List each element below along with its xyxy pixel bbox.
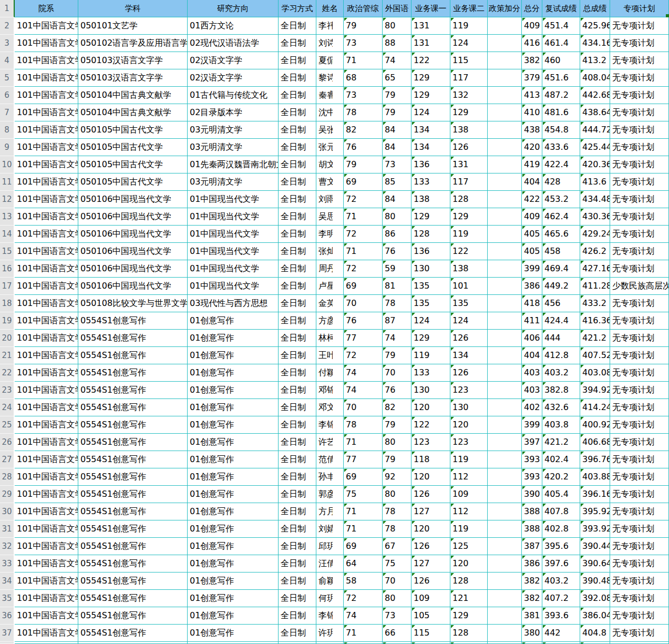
cell-name[interactable]: 李锦 [316, 607, 344, 625]
row-number[interactable]: 12 [0, 191, 15, 208]
cell-course1-with-error-triangle-icon[interactable]: 122 [411, 416, 450, 434]
cell-final_score-with-error-triangle-icon[interactable]: 403.88 [580, 468, 610, 486]
cell-direction[interactable]: 02汉语文字学 [188, 52, 279, 69]
cell-policy_bonus[interactable] [488, 173, 522, 191]
cell-foreign_lang-with-error-triangle-icon[interactable]: 92 [383, 468, 411, 486]
cell-final_score-with-error-triangle-icon[interactable]: 395.92 [580, 503, 610, 520]
row-number[interactable]: 1 [0, 0, 15, 17]
row-number[interactable]: 19 [0, 312, 15, 330]
cell-major[interactable]: 050106中国现当代文学 [78, 208, 188, 226]
cell-dept[interactable]: 101中国语言文学 [15, 573, 78, 590]
cell-policy_bonus[interactable] [488, 243, 522, 260]
cell-retest_score-with-error-triangle-icon[interactable]: 461.4 [542, 35, 580, 52]
cell-policy_bonus[interactable] [488, 590, 522, 607]
cell-retest_score-with-error-triangle-icon[interactable]: 422.4 [542, 156, 580, 173]
cell-course1-with-error-triangle-icon[interactable]: 105 [411, 607, 450, 625]
cell-direction[interactable]: 01创意写作 [188, 399, 279, 416]
cell-retest_score-with-error-triangle-icon[interactable]: 433.6 [542, 139, 580, 156]
cell-name[interactable]: 黎诗 [316, 69, 344, 87]
cell-name[interactable]: 吴张 [316, 121, 344, 139]
cell-total-with-error-triangle-icon[interactable]: 410 [522, 104, 542, 121]
row-number[interactable]: 20 [0, 330, 15, 347]
cell-direction[interactable]: 01西方文论 [188, 17, 279, 35]
cell-course2-with-error-triangle-icon[interactable]: 117 [450, 173, 488, 191]
cell-foreign_lang-with-error-triangle-icon[interactable]: 81 [383, 278, 411, 295]
cell-final_score-with-error-triangle-icon[interactable]: 392.08 [580, 590, 610, 607]
cell-name[interactable]: 沈中 [316, 104, 344, 121]
cell-direction[interactable]: 01创意写作 [188, 486, 279, 503]
cell-course2-with-error-triangle-icon[interactable]: 115 [450, 52, 488, 69]
cell-retest_score-with-error-triangle-icon[interactable]: 407.8 [542, 503, 580, 520]
cell-politics-with-error-triangle-icon[interactable]: 76 [344, 312, 383, 330]
cell-dept[interactable]: 101中国语言文学 [15, 191, 78, 208]
cell-special_plan[interactable]: 无专项计划 [610, 451, 669, 468]
row-number[interactable]: 35 [0, 590, 15, 607]
cell-total-with-error-triangle-icon[interactable]: 380 [522, 625, 542, 642]
cell-dept[interactable]: 101中国语言文学 [15, 399, 78, 416]
cell-retest_score-with-error-triangle-icon[interactable]: 402.8 [542, 520, 580, 538]
cell-foreign_lang-with-error-triangle-icon[interactable]: 84 [383, 191, 411, 208]
cell-retest_score-with-error-triangle-icon[interactable]: 382.8 [542, 382, 580, 399]
cell-politics-with-error-triangle-icon[interactable]: 58 [344, 573, 383, 590]
cell-major[interactable]: 0554S1创意写作 [78, 573, 188, 590]
cell-name[interactable]: 李祎 [316, 17, 344, 35]
row-number[interactable]: 26 [0, 434, 15, 451]
cell-special_plan[interactable]: 无专项计划 [610, 625, 669, 642]
cell-final_score-with-error-triangle-icon[interactable]: 425.44 [580, 139, 610, 156]
cell-final_score-with-error-triangle-icon[interactable]: 434.16 [580, 35, 610, 52]
cell-course2-with-error-triangle-icon[interactable]: 129 [450, 208, 488, 226]
cell-retest_score-with-error-triangle-icon[interactable]: 449.2 [542, 278, 580, 295]
cell-major[interactable]: 0554S1创意写作 [78, 416, 188, 434]
cell-mode[interactable]: 全日制 [279, 121, 316, 139]
cell-mode[interactable]: 全日制 [279, 191, 316, 208]
cell-course1-with-error-triangle-icon[interactable]: 127 [411, 555, 450, 573]
cell-major[interactable]: 0554S1创意写作 [78, 382, 188, 399]
header-dept[interactable]: 院系 [15, 0, 78, 17]
cell-major[interactable]: 050106中国现当代文学 [78, 278, 188, 295]
cell-dept[interactable]: 101中国语言文学 [15, 208, 78, 226]
row-number[interactable]: 33 [0, 555, 15, 573]
cell-policy_bonus[interactable] [488, 416, 522, 434]
cell-total-with-error-triangle-icon[interactable]: 409 [522, 17, 542, 35]
header-politics[interactable]: 政治管综 [344, 0, 383, 17]
cell-policy_bonus[interactable] [488, 607, 522, 625]
cell-name[interactable]: 李锦 [316, 416, 344, 434]
row-number[interactable]: 17 [0, 278, 15, 295]
cell-retest_score-with-error-triangle-icon[interactable]: 444 [542, 330, 580, 347]
row-number[interactable]: 2 [0, 17, 15, 35]
cell-course1-with-error-triangle-icon[interactable]: 115 [411, 625, 450, 642]
cell-direction[interactable]: 01创意写作 [188, 468, 279, 486]
cell-politics-with-error-triangle-icon[interactable]: 76 [344, 139, 383, 156]
cell-dept[interactable]: 101中国语言文学 [15, 486, 78, 503]
cell-course2-with-error-triangle-icon[interactable]: 117 [450, 69, 488, 87]
cell-special_plan[interactable]: 无专项计划 [610, 538, 669, 555]
cell-course1-with-error-triangle-icon[interactable]: 134 [411, 121, 450, 139]
cell-retest_score-with-error-triangle-icon[interactable]: 462.4 [542, 208, 580, 226]
cell-special_plan[interactable]: 无专项计划 [610, 434, 669, 451]
cell-course2-with-error-triangle-icon[interactable]: 119 [450, 520, 488, 538]
cell-clipped[interactable] [279, 642, 316, 644]
cell-course1-with-error-triangle-icon[interactable]: 131 [411, 17, 450, 35]
cell-total-with-error-triangle-icon[interactable]: 438 [522, 121, 542, 139]
cell-total-with-error-triangle-icon[interactable]: 399 [522, 260, 542, 278]
cell-name[interactable]: 胡文 [316, 156, 344, 173]
cell-major[interactable]: 0554S1创意写作 [78, 607, 188, 625]
cell-final_score-with-error-triangle-icon[interactable]: 429.24 [580, 226, 610, 243]
cell-politics-with-error-triangle-icon[interactable]: 70 [344, 399, 383, 416]
cell-total-with-error-triangle-icon[interactable]: 406 [522, 330, 542, 347]
cell-course2-with-error-triangle-icon[interactable]: 120 [450, 555, 488, 573]
cell-total-with-error-triangle-icon[interactable]: 388 [522, 520, 542, 538]
row-number[interactable]: 6 [0, 87, 15, 104]
cell-mode[interactable]: 全日制 [279, 35, 316, 52]
cell-major[interactable]: 0554S1创意写作 [78, 330, 188, 347]
cell-special_plan[interactable]: 无专项计划 [610, 573, 669, 590]
cell-major[interactable]: 0554S1创意写作 [78, 590, 188, 607]
cell-major[interactable]: 0554S1创意写作 [78, 625, 188, 642]
cell-politics-with-error-triangle-icon[interactable]: 71 [344, 520, 383, 538]
cell-course1-with-error-triangle-icon[interactable]: 126 [411, 486, 450, 503]
cell-name[interactable]: 林柯 [316, 330, 344, 347]
cell-dept[interactable]: 101中国语言文学 [15, 243, 78, 260]
cell-course1-with-error-triangle-icon[interactable]: 129 [411, 330, 450, 347]
cell-policy_bonus[interactable] [488, 382, 522, 399]
cell-mode[interactable]: 全日制 [279, 52, 316, 69]
